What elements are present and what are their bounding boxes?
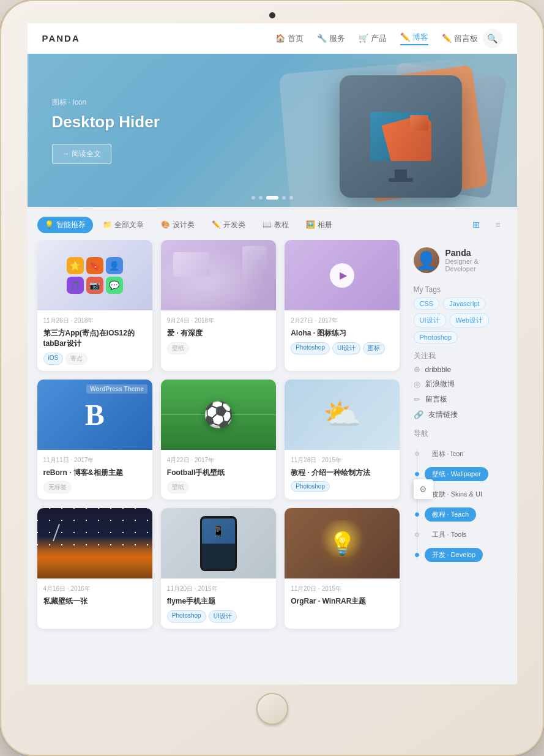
post-card[interactable]: 4月16日 · 2016年 私藏壁纸一张 — [37, 508, 152, 629]
post-card[interactable]: 💡 11月20日 · 2015年 OrgRar · WinRAR主题 — [285, 508, 400, 629]
grid-view-btn[interactable]: ⊞ — [467, 215, 485, 234]
hero-dot-5[interactable] — [289, 196, 293, 200]
nav-dot — [415, 553, 419, 557]
follow-section-title: 关注我 — [414, 351, 509, 361]
card-tag[interactable]: 壁纸 — [167, 342, 189, 354]
card-tag[interactable]: 寄点 — [65, 353, 88, 365]
home-button[interactable] — [256, 693, 288, 725]
list-view-btn[interactable]: ≡ — [489, 215, 507, 234]
nav-dot — [415, 472, 419, 476]
filter-design[interactable]: 🎨 设计类 — [154, 217, 202, 233]
sidebar-tag[interactable]: UI设计 — [414, 313, 446, 327]
nav-home[interactable]: 🏠 首页 — [275, 33, 304, 44]
follow-dribbble[interactable]: ⊕ dribbble — [414, 365, 509, 374]
phone-icon: 📱 — [200, 516, 237, 571]
bootstrap-icon: B — [85, 398, 105, 432]
card-thumbnail: ⚽ — [161, 380, 276, 450]
nav-item[interactable]: 教程 · Teach — [414, 504, 509, 525]
card-body: 11月20日 · 2015年 flyme手机主题 Photoshop UI设计 — [161, 578, 276, 629]
camera — [269, 12, 275, 18]
hero-dot-4[interactable] — [282, 196, 286, 200]
card-body: 11月11日 · 2017年 reBorn · 博客&相册主题 无标签 — [37, 450, 152, 500]
smart-icon: 💡 — [45, 220, 54, 229]
card-body: 2月27日 · 2017年 Aloha · 图标练习 Photoshop UI设… — [285, 310, 400, 361]
nav-guestbook[interactable]: ✏️ 留言板 — [442, 33, 478, 44]
card-date: 11月20日 · 2015年 — [291, 585, 393, 593]
card-tags: Photoshop — [291, 481, 393, 492]
hero-dot-1[interactable] — [252, 196, 255, 200]
follow-links[interactable]: 🔗 友情链接 — [414, 410, 509, 420]
follow-list: ⊕ dribbble ◎ 新浪微博 ✏ 留言板 🔗 友情链接 — [414, 365, 509, 420]
pen-icon: ✏ — [414, 395, 420, 404]
monitor-stand — [395, 170, 407, 178]
lamp-icon: 💡 — [329, 531, 356, 556]
card-tags: 壁纸 — [167, 342, 270, 354]
card-label: WordPress Theme — [86, 384, 147, 394]
card-tag[interactable]: iOS — [43, 353, 64, 365]
search-icon[interactable]: 🔍 — [483, 29, 502, 48]
play-btn: ▶ — [330, 263, 354, 288]
post-card[interactable]: 9月24日 · 2018年 爱 · 有深度 壁纸 — [161, 240, 276, 371]
hero-read-btn[interactable]: → 阅读全文 — [52, 144, 111, 164]
filter-all[interactable]: 📁 全部文章 — [95, 217, 151, 233]
post-card[interactable]: ⭐ 🔖 👤 🎵 📷 💬 11月26日 · 2018年 第三方App(寄点)在iO… — [37, 240, 152, 371]
content-area: ⭐ 🔖 👤 🎵 📷 💬 11月26日 · 2018年 第三方App(寄点)在iO… — [28, 240, 517, 638]
filter-smart[interactable]: 💡 智能推荐 — [37, 217, 93, 233]
ios-icon: 👤 — [106, 257, 123, 274]
hero-cards — [291, 63, 499, 207]
card-grid: ⭐ 🔖 👤 🎵 📷 💬 11月26日 · 2018年 第三方App(寄点)在iO… — [37, 240, 400, 629]
weibo-icon: ◎ — [414, 380, 420, 389]
card-title: 教程 · 介绍一种绘制方法 — [291, 468, 393, 478]
screen: PANDA 🏠 首页 🔧 服务 🛒 产品 ✏️ 博客 ✏️ 留言板 🔍 — [28, 23, 517, 684]
post-card[interactable]: 📱 11月20日 · 2015年 flyme手机主题 Photoshop UI设… — [161, 508, 276, 629]
card-tags: Photoshop UI设计 — [167, 610, 270, 623]
profile-name: Panda — [445, 248, 479, 258]
card-tag[interactable]: Photoshop — [291, 481, 330, 492]
card-tag[interactable]: UI设计 — [209, 610, 237, 623]
brand-logo[interactable]: PANDA — [42, 33, 80, 43]
card-body: 4月16日 · 2016年 私藏壁纸一张 — [37, 578, 152, 616]
nav-item[interactable]: 图标 · Icon — [414, 444, 509, 464]
post-card[interactable]: ⚽ 4月22日 · 2017年 Football手机壁纸 壁纸 — [161, 380, 276, 500]
nav-list: 图标 · Icon 壁纸 · Wallpaper 皮肤 · Skins & UI… — [414, 444, 509, 565]
post-card[interactable]: ▶ 2月27日 · 2017年 Aloha · 图标练习 Photoshop U… — [285, 240, 400, 371]
link-icon: 🔗 — [414, 410, 423, 419]
card-thumbnail: ⛅ — [285, 380, 400, 450]
sidebar-tag[interactable]: Photoshop — [414, 331, 458, 343]
card-tags: 壁纸 — [167, 481, 270, 493]
sidebar-tag[interactable]: Javascript — [443, 298, 486, 310]
filter-dev[interactable]: ✏️ 开发类 — [204, 217, 253, 233]
card-tag[interactable]: 壁纸 — [167, 481, 189, 493]
filter-tutorial[interactable]: 📖 教程 — [255, 217, 296, 233]
card-tag[interactable]: 无标签 — [43, 481, 72, 493]
main-column: ⭐ 🔖 👤 🎵 📷 💬 11月26日 · 2018年 第三方App(寄点)在iO… — [28, 240, 410, 638]
follow-weibo[interactable]: ◎ 新浪微博 — [414, 379, 509, 389]
hero-title: Desktop Hider — [52, 113, 160, 132]
stars-bg — [37, 508, 152, 550]
filter-album[interactable]: 🖼️ 相册 — [299, 217, 340, 233]
card-tag[interactable]: UI设计 — [332, 342, 360, 354]
nav-dot — [415, 533, 419, 537]
sidebar-tag[interactable]: Web设计 — [450, 313, 489, 327]
nav-product[interactable]: 🛒 产品 — [359, 33, 387, 44]
post-card[interactable]: ⛅ 11月28日 · 2015年 教程 · 介绍一种绘制方法 Photoshop — [285, 380, 400, 500]
hero-dot-2[interactable] — [259, 196, 263, 200]
post-card[interactable]: WordPress Theme B 11月11日 · 2017年 reBorn … — [37, 380, 152, 500]
ios-icon: 🔖 — [86, 257, 103, 274]
card-tag[interactable]: 图标 — [363, 342, 385, 354]
nav-item[interactable]: 开发 · Develop — [414, 545, 509, 565]
card-tag[interactable]: Photoshop — [291, 342, 330, 354]
sidebar-tag[interactable]: CSS — [414, 298, 440, 310]
profile-sub: Designer & Developer — [445, 258, 479, 272]
nav-service[interactable]: 🔧 服务 — [317, 33, 345, 44]
hero-card-main — [340, 75, 462, 198]
hero-dot-3[interactable] — [266, 196, 278, 200]
follow-guestboard[interactable]: ✏ 留言板 — [414, 394, 509, 405]
card-thumbnail — [161, 240, 276, 310]
nav-item[interactable]: 工具 · Tools — [414, 525, 509, 545]
card-date: 9月24日 · 2018年 — [167, 316, 270, 325]
card-tag[interactable]: Photoshop — [167, 610, 206, 623]
floating-settings-btn[interactable]: ⚙ — [414, 479, 433, 499]
card-tags: 无标签 — [43, 481, 146, 493]
nav-blog[interactable]: ✏️ 博客 — [400, 32, 428, 45]
